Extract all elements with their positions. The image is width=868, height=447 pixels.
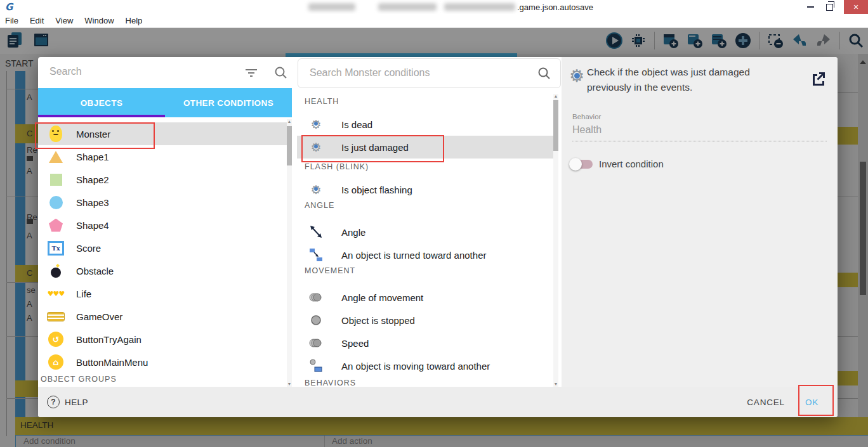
toggle-knob — [569, 158, 582, 171]
moving-circles-icon — [308, 289, 324, 306]
menu-view[interactable]: View — [55, 16, 79, 25]
object-label: Shape3 — [76, 197, 109, 208]
search-icon[interactable] — [274, 66, 288, 80]
list-item-gameover[interactable]: GameOver — [38, 305, 287, 328]
list-item-shape3[interactable]: Shape3 — [38, 191, 287, 214]
bomb-icon — [47, 261, 65, 280]
triangle-icon — [47, 147, 65, 166]
title-bar: G .game.json.autosave × — [0, 0, 868, 14]
hearts-icon: ♥♥♥ — [47, 284, 65, 303]
search-icon[interactable] — [537, 67, 551, 81]
dialog-footer: ? HELP CANCEL OK — [38, 387, 838, 417]
scroll-up-icon[interactable]: ▲ — [287, 119, 292, 124]
scroll-down-icon[interactable]: ▼ — [287, 382, 292, 387]
object-groups-header: OBJECT GROUPS — [41, 375, 117, 384]
section-header-angle: ANGLE — [305, 201, 334, 210]
moving-circles-icon — [308, 335, 324, 351]
filter-icon[interactable] — [245, 67, 258, 79]
open-in-new-icon[interactable] — [811, 71, 826, 86]
redacted-title-text — [308, 3, 355, 11]
condition-label: Angle — [341, 227, 365, 238]
menu-help[interactable]: Help — [126, 16, 149, 25]
object-search-bar — [38, 57, 292, 89]
minimize-icon — [807, 6, 814, 8]
condition-search-bar — [298, 58, 561, 88]
list-item-shape2[interactable]: Shape2 — [38, 168, 287, 191]
scroll-up-icon[interactable]: ▲ — [553, 94, 558, 99]
menu-edit[interactable]: Edit — [30, 16, 50, 25]
scroll-down-icon[interactable]: ▼ — [553, 382, 558, 387]
gdevelop-logo-icon: G — [5, 1, 13, 13]
menu-window[interactable]: Window — [84, 16, 120, 25]
condition-angle[interactable]: Angle — [297, 221, 553, 243]
menu-bar: File Edit View Window Help — [0, 14, 868, 28]
restore-icon — [826, 4, 833, 11]
object-label: Shape2 — [76, 174, 109, 185]
home-button-icon: ⌂ — [47, 353, 65, 372]
help-icon: ? — [47, 396, 60, 408]
condition-description: Check if the object was just damaged pre… — [587, 65, 771, 95]
condition-label: Is object flashing — [341, 185, 412, 195]
object-label: ButtonTryAgain — [76, 334, 141, 345]
annotation-box-ok — [798, 385, 834, 416]
diagonal-arrow-icon — [308, 224, 324, 240]
list-item-life[interactable]: ♥♥♥ Life — [38, 282, 287, 305]
condition-search-input[interactable] — [308, 67, 520, 79]
pentagon-icon — [47, 216, 65, 235]
tab-other-conditions[interactable]: OTHER CONDITIONS — [165, 88, 292, 117]
help-label: HELP — [65, 398, 88, 407]
object-label: ButtonMainMenu — [76, 357, 148, 368]
gear-icon: ⚙ — [308, 116, 324, 133]
object-search-input[interactable] — [48, 65, 235, 78]
menu-file[interactable]: File — [5, 16, 25, 25]
condition-parameters-panel: ⚙ Check if the object was just damaged p… — [562, 57, 838, 387]
object-label: GameOver — [76, 311, 122, 322]
condition-is-object-flashing[interactable]: ⚙ Is object flashing — [297, 178, 553, 201]
condition-object-is-stopped[interactable]: Object is stopped — [297, 309, 553, 332]
text-object-icon: Tx — [47, 238, 65, 257]
annotation-box-monster — [35, 122, 155, 149]
invert-condition-toggle[interactable] — [571, 160, 593, 169]
close-icon: × — [853, 2, 858, 12]
squares-arrow-icon — [308, 247, 324, 263]
object-label: Shape1 — [76, 152, 109, 162]
tab-objects[interactable]: OBJECTS — [38, 88, 165, 117]
section-header-flash: FLASH (BLINK) — [305, 162, 369, 171]
field-underline — [572, 141, 827, 141]
objects-scrollbar-thumb[interactable] — [287, 126, 292, 165]
list-item-obstacle[interactable]: Obstacle — [38, 259, 287, 282]
restore-button[interactable] — [820, 0, 839, 14]
objects-list: Monster Shape1 Shape2 Shape3 Shape4 Tx S… — [38, 117, 292, 387]
minimize-button[interactable] — [801, 0, 820, 14]
cancel-button[interactable]: CANCEL — [747, 398, 785, 407]
annotation-box-is-just-damaged — [301, 135, 444, 162]
condition-speed[interactable]: Speed — [297, 332, 553, 354]
list-item-buttontryagain[interactable]: ↺ ButtonTryAgain — [38, 328, 287, 351]
object-label: Score — [76, 243, 101, 254]
list-item-score[interactable]: Tx Score — [38, 236, 287, 259]
object-label: Shape4 — [76, 220, 109, 231]
close-button[interactable]: × — [844, 0, 868, 14]
redacted-title-text — [378, 3, 437, 11]
instruction-editor-dialog: OBJECTS OTHER CONDITIONS Monster Shape1 … — [38, 57, 838, 417]
conditions-scrollbar[interactable]: ▲ ▼ — [553, 94, 558, 387]
condition-angle-of-movement[interactable]: Angle of movement — [297, 286, 553, 309]
condition-label: Angle of movement — [341, 292, 423, 303]
section-header-movement: MOVEMENT — [305, 266, 355, 275]
behavior-field-value[interactable]: Health — [572, 124, 602, 136]
condition-moving-toward[interactable]: An object is moving toward another — [297, 354, 553, 377]
objects-scrollbar[interactable]: ▲ ▼ — [287, 119, 292, 387]
condition-label: Speed — [341, 338, 369, 349]
object-label: Life — [76, 288, 91, 299]
list-item-buttonmainmenu[interactable]: ⌂ ButtonMainMenu — [38, 351, 287, 373]
section-header-health: HEALTH — [305, 97, 339, 106]
gameover-icon — [47, 307, 65, 326]
condition-turned-toward[interactable]: An object is turned toward another — [297, 243, 553, 266]
circle-square-icon — [308, 358, 324, 374]
section-header-behaviors: BEHAVIORS — [305, 379, 356, 387]
conditions-scrollbar-thumb[interactable] — [553, 100, 558, 151]
list-item-shape4[interactable]: Shape4 — [38, 214, 287, 236]
help-button[interactable]: ? HELP — [47, 387, 88, 417]
condition-is-dead[interactable]: ⚙ Is dead — [297, 113, 553, 136]
square-icon — [47, 170, 65, 189]
